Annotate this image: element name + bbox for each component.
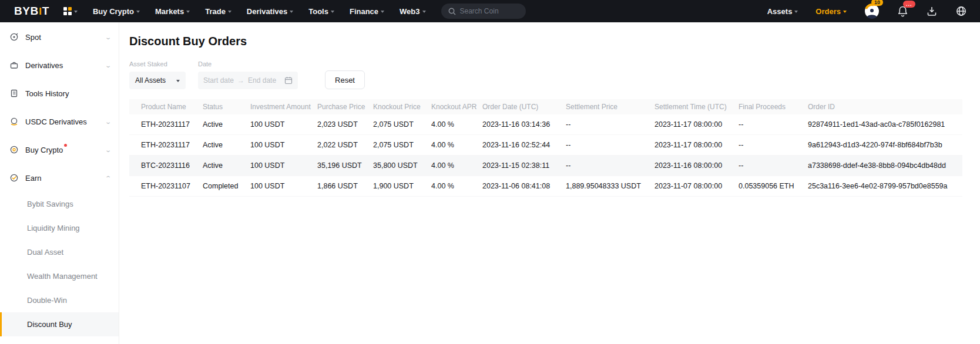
sidebar-item-usdc-derivatives[interactable]: USDC Derivatives ⌄ [0, 107, 119, 136]
cell-purchase-price: 1,866 USDT [317, 182, 373, 190]
cell-settlement-time: 2023-11-07 08:00:00 [655, 182, 739, 190]
page-title: Discount Buy Orders [129, 35, 962, 48]
sidebar-item-label: Derivatives [25, 61, 63, 70]
end-date-placeholder: End date [248, 76, 276, 85]
cell-order-id: 9a612943-d1d3-4220-974f-8bf684bf7b3b [808, 141, 962, 149]
sub-item-label: Wealth Management [27, 272, 98, 281]
notification-dot [64, 144, 67, 147]
cell-final-proceeds: 0.05359056 ETH [739, 182, 808, 190]
date-range-input[interactable]: Start date → End date [198, 72, 298, 89]
menu-label: Web3 [400, 7, 419, 16]
cell-knockout-apr: 4.00 % [431, 141, 482, 149]
menu-label: Tools [308, 7, 328, 16]
date-label: Date [198, 60, 298, 68]
cell-product-name: BTC-20231116 [129, 161, 203, 170]
column-header: Final Proceeds [739, 103, 808, 111]
column-header: Order ID [808, 103, 962, 111]
sidebar-item-wealth-management[interactable]: Wealth Management [0, 264, 119, 288]
orders-menu[interactable]: Orders [815, 7, 847, 16]
cell-settlement-price: -- [566, 161, 655, 170]
cell-purchase-price: 2,023 USDT [317, 120, 373, 129]
menu-finance[interactable]: Finance [350, 7, 384, 16]
menu-label: Trade [205, 7, 226, 16]
assets-menu[interactable]: Assets [767, 7, 798, 16]
sidebar-item-label: Earn [25, 174, 41, 183]
menu-derivatives[interactable]: Derivatives [247, 7, 293, 16]
menu-web3[interactable]: Web3 [400, 7, 425, 16]
menu-label: Markets [155, 7, 184, 16]
user-avatar[interactable]: 10 [864, 4, 880, 19]
sidebar-item-buy-crypto[interactable]: Buy Crypto ⌄ [0, 136, 119, 164]
download-app-button[interactable] [926, 5, 938, 17]
cell-knockout-apr: 4.00 % [431, 161, 482, 170]
reset-button[interactable]: Reset [325, 70, 365, 89]
search-placeholder: Search Coin [460, 7, 499, 15]
download-icon [926, 5, 938, 17]
top-navbar: BYBIT Buy Crypto Markets Trade Derivativ… [0, 0, 980, 22]
asset-staked-filter: Asset Staked All Assets [129, 60, 186, 89]
cell-order-id: 25c3a116-3ee6-4e02-8799-957bd0e8559a [808, 182, 962, 190]
search-input[interactable]: Search Coin [441, 4, 526, 19]
navbar-right: Assets Orders 10 ... [767, 4, 967, 19]
sidebar-item-spot[interactable]: Spot ⌄ [0, 23, 119, 51]
chevron-down-icon [74, 11, 78, 15]
table-row: ETH-20231117 Active 100 USDT 2,023 USDT … [129, 114, 962, 135]
cell-order-id: 92874911-1ed1-43ad-ac0a-c785f0162981 [808, 120, 962, 129]
chevron-down-icon [228, 11, 231, 15]
cell-purchase-price: 2,022 USDT [317, 141, 373, 149]
coin-icon [9, 145, 19, 154]
sidebar-item-bybit-savings[interactable]: Bybit Savings [0, 192, 119, 216]
orders-table: Product Name Status Investment Amount Pu… [129, 99, 962, 197]
cell-settlement-price: -- [566, 141, 655, 149]
cell-final-proceeds: -- [739, 120, 808, 129]
column-header: Status [203, 103, 250, 111]
sidebar-item-dual-asset[interactable]: Dual Asset [0, 240, 119, 264]
document-icon [9, 89, 19, 98]
menu-tools[interactable]: Tools [308, 7, 334, 16]
cell-knockout-apr: 4.00 % [431, 120, 482, 129]
sidebar-item-derivatives[interactable]: Derivatives ⌄ [0, 51, 119, 79]
sidebar: Spot ⌄ Derivatives ⌄ Tools History USDC … [0, 22, 119, 344]
sub-item-label: Dual Asset [27, 248, 63, 257]
cell-settlement-price: -- [566, 120, 655, 129]
logo-text: BYB [14, 5, 39, 18]
filters-bar: Asset Staked All Assets Date Start date … [129, 60, 962, 89]
cell-investment-amount: 100 USDT [250, 141, 317, 149]
sidebar-item-discount-buy[interactable]: Discount Buy [0, 312, 119, 336]
table-row: BTC-20231116 Active 100 USDT 35,196 USDT… [129, 156, 962, 176]
bybit-logo[interactable]: BYBIT [14, 5, 49, 18]
cell-knockout-price: 2,075 USDT [373, 120, 431, 129]
sidebar-item-liquidity-mining[interactable]: Liquidity Mining [0, 216, 119, 240]
menu-buy-crypto[interactable]: Buy Crypto [93, 7, 140, 16]
sidebar-item-label: Tools History [25, 89, 69, 98]
cell-investment-amount: 100 USDT [250, 182, 317, 190]
apps-grid-icon[interactable] [63, 7, 78, 15]
earn-icon [9, 173, 19, 183]
chevron-down-icon: ⌄ [105, 119, 112, 125]
cell-purchase-price: 35,196 USDT [317, 161, 373, 170]
menu-trade[interactable]: Trade [205, 7, 231, 16]
sidebar-item-label: Spot [25, 33, 41, 42]
start-date-placeholder: Start date [203, 76, 234, 85]
sidebar-item-earn[interactable]: Earn ⌃ [0, 164, 119, 192]
table-row: ETH-20231107 Completed 100 USDT 1,866 US… [129, 176, 962, 197]
menu-markets[interactable]: Markets [155, 7, 190, 16]
date-filter: Date Start date → End date [198, 60, 298, 89]
cell-status: Active [203, 120, 250, 129]
orders-label: Orders [815, 7, 841, 16]
chevron-down-icon [186, 11, 190, 15]
cell-order-date: 2023-11-16 02:52:44 [482, 141, 566, 149]
column-header: Investment Amount [250, 103, 317, 111]
cell-investment-amount: 100 USDT [250, 161, 317, 170]
cell-knockout-apr: 4.00 % [431, 182, 482, 190]
sidebar-item-double-win[interactable]: Double-Win [0, 288, 119, 312]
column-header: Product Name [129, 103, 203, 111]
chevron-down-icon [422, 11, 426, 15]
sidebar-item-label: USDC Derivatives [25, 117, 87, 126]
chevron-down-icon: ⌄ [105, 34, 112, 41]
sidebar-item-tools-history[interactable]: Tools History [0, 79, 119, 107]
language-button[interactable] [955, 5, 967, 17]
sidebar-item-label: Buy Crypto [25, 146, 63, 154]
notifications-button[interactable]: ... [897, 5, 908, 17]
asset-staked-select[interactable]: All Assets [129, 72, 186, 89]
